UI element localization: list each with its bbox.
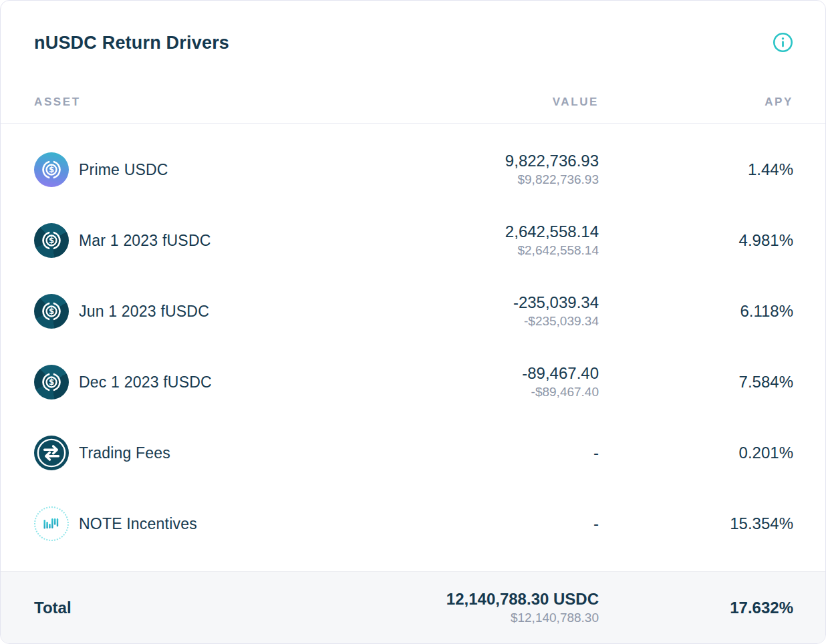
asset-name: Dec 1 2023 fUSDC	[79, 373, 212, 391]
asset-value: -	[372, 443, 599, 463]
asset-value-usd: $9,822,736.93	[372, 171, 599, 188]
asset-name: Prime USDC	[79, 161, 168, 179]
asset-apy: 15.354%	[599, 514, 793, 533]
table-body: $ Prime USDC 9,822,736.93 $9,822,736.93 …	[1, 124, 825, 571]
column-header-value: VALUE	[372, 96, 599, 109]
table-row: Trading Fees - 0.201%	[34, 418, 793, 488]
table-row: $ Dec 1 2023 fUSDC -89,467.40 -$89,467.4…	[34, 347, 793, 418]
svg-text:$: $	[49, 236, 54, 245]
table-column-headers: ASSET VALUE APY	[34, 96, 793, 123]
trading-fees-icon	[34, 436, 69, 470]
asset-value: -	[372, 514, 599, 534]
table-row: NOTE Incentives - 15.354%	[34, 488, 793, 559]
prime-usdc-icon: $	[34, 152, 69, 187]
info-button[interactable]	[773, 32, 793, 53]
info-icon	[773, 45, 793, 55]
asset-apy: 0.201%	[599, 444, 793, 462]
fusdc-icon: $	[34, 294, 69, 329]
asset-name: Trading Fees	[79, 444, 170, 462]
asset-value-usd: -$235,039.34	[372, 313, 599, 330]
asset-value-usd: -$89,467.40	[372, 383, 599, 401]
card-header: nUSDC Return Drivers	[1, 1, 825, 54]
asset-name: NOTE Incentives	[79, 515, 197, 533]
asset-value-usd: $2,642,558.14	[372, 242, 599, 259]
fusdc-icon: $	[34, 365, 69, 399]
total-apy: 17.632%	[599, 599, 793, 617]
svg-text:$: $	[49, 377, 54, 387]
note-incentives-icon	[34, 506, 69, 541]
table-row: $ Jun 1 2023 fUSDC -235,039.34 -$235,039…	[34, 276, 793, 347]
table-row: $ Prime USDC 9,822,736.93 $9,822,736.93 …	[34, 134, 793, 205]
column-header-apy: APY	[599, 96, 793, 109]
asset-value: -89,467.40	[372, 363, 599, 383]
asset-value: 9,822,736.93	[372, 151, 599, 171]
svg-text:$: $	[49, 165, 54, 174]
return-drivers-card: nUSDC Return Drivers ASSET VALUE APY	[0, 0, 826, 644]
asset-name: Mar 1 2023 fUSDC	[79, 232, 211, 250]
asset-value: 2,642,558.14	[372, 222, 599, 242]
card-title: nUSDC Return Drivers	[34, 31, 229, 54]
asset-apy: 4.981%	[599, 231, 793, 250]
asset-value: -235,039.34	[372, 293, 599, 313]
asset-apy: 6.118%	[599, 302, 793, 321]
total-label: Total	[34, 599, 372, 617]
total-value: 12,140,788.30 USDC	[372, 589, 599, 609]
column-header-asset: ASSET	[34, 96, 372, 109]
table-row: $ Mar 1 2023 fUSDC 2,642,558.14 $2,642,5…	[34, 205, 793, 276]
asset-apy: 1.44%	[599, 160, 793, 179]
fusdc-icon: $	[34, 223, 69, 258]
asset-name: Jun 1 2023 fUSDC	[79, 303, 209, 321]
asset-apy: 7.584%	[599, 373, 793, 391]
svg-text:$: $	[49, 307, 54, 316]
total-row: Total 12,140,788.30 USDC $12,140,788.30 …	[1, 571, 825, 643]
total-value-usd: $12,140,788.30	[372, 609, 599, 627]
